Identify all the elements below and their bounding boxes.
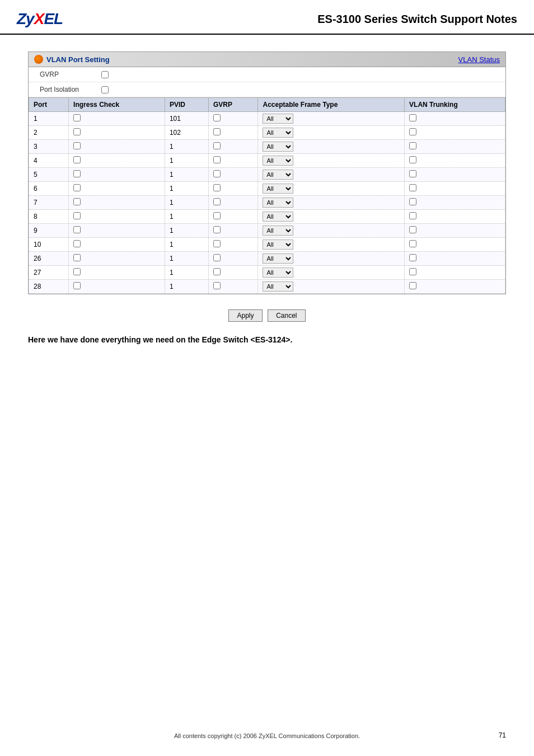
frame-type-select[interactable]: AllTagged onlyUntagged only [263,156,293,166]
gvrp-row-checkbox[interactable] [213,254,221,261]
gvrp-row-checkbox[interactable] [213,114,221,121]
cell-port: 26 [29,252,69,266]
cell-ingress [69,224,165,238]
vlan-status-link[interactable]: VLAN Status [458,55,500,64]
panel-icon [34,55,43,64]
cell-port: 2 [29,126,69,140]
gvrp-row-checkbox[interactable] [213,142,221,149]
cell-ingress [69,154,165,168]
ingress-check-checkbox[interactable] [73,282,81,289]
frame-type-select[interactable]: AllTagged onlyUntagged only [263,198,293,208]
cell-ingress [69,210,165,224]
table-row: 51AllTagged onlyUntagged only [29,168,505,182]
cell-pvid: 1 [165,280,208,294]
cell-frame-type: AllTagged onlyUntagged only [258,182,405,196]
table-row: 261AllTagged onlyUntagged only [29,252,505,266]
ingress-check-checkbox[interactable] [73,240,81,247]
vlan-trunking-checkbox[interactable] [409,128,416,135]
vlan-trunking-checkbox[interactable] [409,184,416,191]
ingress-check-checkbox[interactable] [73,156,81,163]
gvrp-label: GVRP [40,71,96,78]
ingress-check-checkbox[interactable] [73,128,81,135]
ingress-check-checkbox[interactable] [73,114,81,121]
gvrp-row-checkbox[interactable] [213,282,221,289]
col-port: Port [29,98,69,112]
cell-pvid: 1 [165,140,208,154]
cancel-button[interactable]: Cancel [268,309,305,322]
ingress-check-checkbox[interactable] [73,170,81,177]
cell-frame-type: AllTagged onlyUntagged only [258,280,405,294]
ingress-check-checkbox[interactable] [73,268,81,275]
gvrp-checkbox[interactable] [101,71,109,78]
col-gvrp: GVRP [209,98,258,112]
gvrp-row-checkbox[interactable] [213,170,221,177]
cell-port: 8 [29,210,69,224]
cell-ingress [69,266,165,280]
frame-type-select[interactable]: AllTagged onlyUntagged only [263,128,293,138]
frame-type-select[interactable]: AllTagged onlyUntagged only [263,267,293,278]
frame-type-select[interactable]: AllTagged onlyUntagged only [263,253,293,264]
cell-frame-type: AllTagged onlyUntagged only [258,168,405,182]
cell-pvid: 1 [165,252,208,266]
gvrp-row-checkbox[interactable] [213,240,221,247]
gvrp-row-checkbox[interactable] [213,212,221,219]
cell-pvid: 1 [165,238,208,252]
cell-ingress [69,280,165,294]
table-header: Port Ingress Check PVID GVRP Acceptable … [29,98,505,112]
cell-pvid: 1 [165,210,208,224]
port-isolation-label: Port Isolation [40,86,96,93]
gvrp-row-checkbox[interactable] [213,226,221,233]
cell-gvrp [209,196,258,210]
vlan-trunking-checkbox[interactable] [409,254,416,261]
frame-type-select[interactable]: AllTagged onlyUntagged only [263,281,293,292]
ingress-check-checkbox[interactable] [73,142,81,149]
cell-vlan-trunking [405,266,505,280]
cell-frame-type: AllTagged onlyUntagged only [258,140,405,154]
page-number: 71 [499,731,506,739]
frame-type-select[interactable]: AllTagged onlyUntagged only [263,142,293,152]
col-frame-type: Acceptable Frame Type [258,98,405,112]
frame-type-select[interactable]: AllTagged onlyUntagged only [263,114,293,124]
frame-type-select[interactable]: AllTagged onlyUntagged only [263,240,293,250]
vlan-trunking-checkbox[interactable] [409,268,416,275]
vlan-trunking-checkbox[interactable] [409,198,416,205]
apply-button[interactable]: Apply [228,309,262,322]
ingress-check-checkbox[interactable] [73,198,81,205]
ingress-check-checkbox[interactable] [73,212,81,219]
zyxel-logo: ZyXEL [17,10,63,28]
vlan-trunking-checkbox[interactable] [409,240,416,247]
gvrp-row-checkbox[interactable] [213,128,221,135]
cell-gvrp [209,238,258,252]
cell-pvid: 1 [165,182,208,196]
frame-type-select[interactable]: AllTagged onlyUntagged only [263,184,293,194]
frame-type-select[interactable]: AllTagged onlyUntagged only [263,170,293,180]
cell-pvid: 1 [165,266,208,280]
frame-type-select[interactable]: AllTagged onlyUntagged only [263,212,293,222]
frame-type-select[interactable]: AllTagged onlyUntagged only [263,226,293,236]
ingress-check-checkbox[interactable] [73,226,81,233]
vlan-trunking-checkbox[interactable] [409,114,416,121]
gvrp-row-checkbox[interactable] [213,156,221,163]
vlan-trunking-checkbox[interactable] [409,226,416,233]
vlan-trunking-checkbox[interactable] [409,156,416,163]
table-row: 61AllTagged onlyUntagged only [29,182,505,196]
vlan-trunking-checkbox[interactable] [409,170,416,177]
port-isolation-checkbox[interactable] [101,86,109,93]
vlan-trunking-checkbox[interactable] [409,282,416,289]
col-pvid: PVID [165,98,208,112]
gvrp-row-checkbox[interactable] [213,268,221,275]
gvrp-row-checkbox[interactable] [213,198,221,205]
table-row: 271AllTagged onlyUntagged only [29,266,505,280]
cell-pvid: 1 [165,224,208,238]
cell-gvrp [209,224,258,238]
gvrp-row-checkbox[interactable] [213,184,221,191]
cell-vlan-trunking [405,224,505,238]
cell-vlan-trunking [405,112,505,126]
page-title: ES-3100 Series Switch Support Notes [317,13,517,26]
cell-frame-type: AllTagged onlyUntagged only [258,266,405,280]
ingress-check-checkbox[interactable] [73,184,81,191]
ingress-check-checkbox[interactable] [73,254,81,261]
gvrp-row: GVRP [29,67,505,82]
vlan-trunking-checkbox[interactable] [409,212,416,219]
vlan-trunking-checkbox[interactable] [409,142,416,149]
